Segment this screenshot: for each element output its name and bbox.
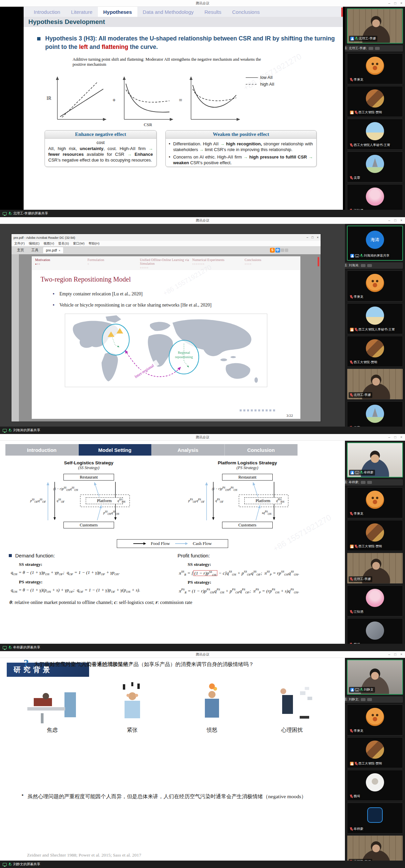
participant-tile[interactable]: 牟梓豪 xyxy=(347,442,403,478)
slide-tab[interactable]: Literature xyxy=(65,7,98,17)
participant-tile[interactable]: 西工大管院-贾明 xyxy=(347,737,403,768)
ime-lang-icon[interactable]: 中 xyxy=(275,248,280,253)
participant-tile[interactable]: 西工大管院人事秘书-王霄 xyxy=(347,303,403,334)
participant-tile[interactable]: 吴蓉 xyxy=(347,401,403,427)
participant-tile[interactable]: 江怡洒 xyxy=(347,184,403,210)
slide-tab[interactable]: Model Setting xyxy=(79,444,152,456)
slide-title: Two-region Repositioning Model xyxy=(40,276,300,283)
share-status-bar[interactable]: 牟梓豪的屏幕共享 xyxy=(0,644,405,651)
reply-arrow-icon[interactable] xyxy=(367,264,372,267)
flow-label: qPSON xyxy=(276,498,285,503)
minimize-button[interactable]: – xyxy=(306,236,308,239)
menu-item[interactable]: 文件(F) xyxy=(14,241,25,246)
slide-tab[interactable]: Analysis xyxy=(152,444,225,456)
beamer-section[interactable]: Motivation ●○○ xyxy=(35,258,87,269)
participant-tile[interactable]: 西工大管院-贾明 xyxy=(347,336,403,367)
participant-name: 牟梓豪 xyxy=(354,827,363,831)
share-status-bar[interactable]: 北理工-李娜的屏幕共享 xyxy=(0,210,405,217)
avatar xyxy=(366,122,384,140)
participant-tile[interactable]: 北理工-李娜 xyxy=(347,369,403,400)
participant-tile[interactable]: 西工大管院人事秘书-王霄 xyxy=(347,119,403,150)
participant-tile[interactable]: 西工大管院-贾明 xyxy=(347,86,403,117)
maximize-button[interactable]: □ xyxy=(312,236,313,239)
beamer-nav-buttons[interactable] xyxy=(240,409,277,411)
slide-tab[interactable]: Introduction xyxy=(28,7,65,17)
slide-tab[interactable]: Introduction xyxy=(5,444,79,456)
ime-tool-icon[interactable] xyxy=(285,249,288,252)
participant-tile[interactable]: 魏琦 xyxy=(347,770,403,801)
slide-tab[interactable]: Data and Methodology xyxy=(137,7,199,17)
illustration-label: 紧张 xyxy=(127,727,138,734)
world-map-figure: Regional repositioning Inter-regional xyxy=(65,314,267,387)
reply-arrow-icon[interactable] xyxy=(367,698,372,701)
minimize-button[interactable]: – xyxy=(388,435,390,439)
speaking-text: 正在讲话: 北理工-李娜; xyxy=(345,46,367,51)
pdf-side-rail[interactable] xyxy=(11,254,19,422)
participant-tile[interactable]: 西工大管院-贾明 xyxy=(347,520,403,551)
reply-arrow-icon[interactable] xyxy=(375,47,380,50)
scrollbar-thumb[interactable] xyxy=(341,7,343,17)
question-icon: ? xyxy=(24,658,29,669)
maximize-button[interactable]: □ xyxy=(394,1,396,5)
maximize-button[interactable]: □ xyxy=(394,219,396,222)
participant-tile[interactable]: 刘静文 xyxy=(347,660,403,695)
participant-tile[interactable]: 魏琦 xyxy=(347,618,403,644)
close-tab-icon[interactable]: × xyxy=(59,249,60,252)
beamer-section[interactable]: Unified Offline-Online Learning via Simu… xyxy=(140,258,192,269)
menu-item[interactable]: 签名(S) xyxy=(58,241,69,246)
sogou-icon[interactable]: S xyxy=(270,248,275,253)
participant-tile[interactable]: 李秉龙 xyxy=(347,270,403,301)
participant-tile[interactable]: 北理工-李娜 xyxy=(347,8,403,44)
minimize-button[interactable]: – xyxy=(388,1,390,5)
share-label: 刘静文的屏幕共享 xyxy=(13,862,40,867)
box-header: Weaken the positive effect xyxy=(166,131,316,139)
avatar xyxy=(366,589,384,607)
beamer-section[interactable]: Numerical Experiments ○○○○○○○ xyxy=(192,258,245,269)
participant-tile[interactable]: 海涛 刘海涛的屏幕共享 xyxy=(347,226,403,261)
participant-tile[interactable]: 李秉龙 xyxy=(347,53,403,84)
cash-flow-arrow-icon xyxy=(175,543,187,544)
avatar xyxy=(366,274,384,292)
share-status-bar[interactable]: 刘海涛的屏幕共享 xyxy=(0,427,405,434)
scrollbar-thumb[interactable] xyxy=(318,257,319,266)
participant-tile[interactable]: 北理工-李娜 xyxy=(347,835,403,861)
menu-item[interactable]: 窗口(W) xyxy=(73,241,84,246)
menu-item[interactable]: 视图(V) xyxy=(44,241,54,246)
shared-screen: 研究背景 焦虑 紧张 xyxy=(0,658,345,861)
box-bullet: Concerns on AI ethic. High-AII firm → hi… xyxy=(166,153,316,166)
tab-document[interactable]: pre.pdf× xyxy=(43,247,63,253)
slide-tab[interactable]: Conclusion xyxy=(225,444,298,456)
minimize-button[interactable]: – xyxy=(388,653,390,656)
ime-tool-icon[interactable] xyxy=(281,249,284,252)
participant-tile[interactable]: 牟梓豪 xyxy=(347,803,403,834)
tab-tools[interactable]: 工具 xyxy=(29,247,41,254)
participant-tile[interactable]: 吴蓉 xyxy=(347,151,403,182)
participant-tile[interactable]: 李秉龙 xyxy=(347,704,403,735)
share-status-bar[interactable]: 刘静文的屏幕共享 xyxy=(0,861,405,868)
pdf-page: Motivation ●○○ Formulation ○ U xyxy=(32,256,300,419)
illustration-label: 焦虑 xyxy=(47,727,58,734)
slide-tab[interactable]: Conclusions xyxy=(227,7,265,17)
participant-tile[interactable]: 江怡洒 xyxy=(347,585,403,616)
slide-tab[interactable]: Hypotheses xyxy=(98,7,137,17)
maximize-button[interactable]: □ xyxy=(394,435,396,439)
menu-item[interactable]: 编辑(E) xyxy=(29,241,39,246)
tab-home[interactable]: 主页 xyxy=(14,247,27,254)
page-number: 3/22 xyxy=(286,413,293,417)
beamer-section[interactable]: Conclusions ○○○○ xyxy=(245,258,297,269)
acrobat-title: pre.pdf - Adobe Acrobat Reader DC (32-bi… xyxy=(14,236,75,239)
menu-item[interactable]: 帮助(H) xyxy=(88,241,99,246)
reply-arrow-icon[interactable] xyxy=(367,481,372,484)
participant-name: 吴蓉 xyxy=(354,426,360,427)
slide-tab[interactable]: Results xyxy=(199,7,227,17)
participant-tile[interactable]: 李秉龙 xyxy=(347,487,403,518)
beamer-section[interactable]: Formulation ○ xyxy=(87,258,140,269)
close-button[interactable]: × xyxy=(317,236,319,239)
maximize-button[interactable]: □ xyxy=(394,653,396,656)
close-button[interactable]: × xyxy=(400,219,402,222)
close-button[interactable]: × xyxy=(400,1,402,5)
close-button[interactable]: × xyxy=(400,435,402,439)
minimize-button[interactable]: – xyxy=(388,219,390,222)
participant-tile[interactable]: 北理工-李娜 xyxy=(347,553,403,584)
close-button[interactable]: × xyxy=(400,653,402,656)
